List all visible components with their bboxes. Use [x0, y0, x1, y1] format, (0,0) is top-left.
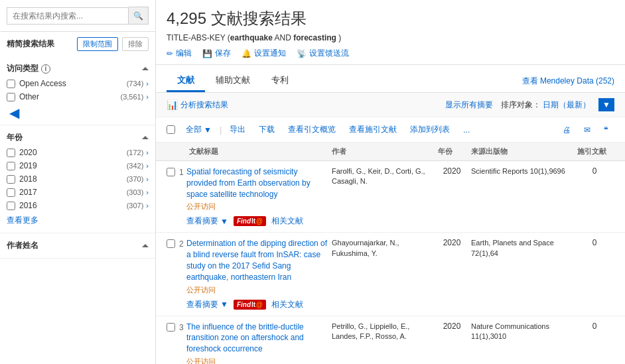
- mendeley-link[interactable]: 查看 Mendeley Data (252): [522, 76, 614, 87]
- table-row: 1 Spatial forecasting of seismicity prov…: [156, 161, 625, 233]
- limit-button[interactable]: 限制范围: [77, 37, 118, 51]
- tab-documents[interactable]: 文献: [167, 70, 205, 92]
- view-cited-button[interactable]: 查看施引文献: [342, 121, 403, 138]
- select-all-button[interactable]: 全部 ▼: [179, 121, 218, 138]
- findit-button-1[interactable]: FindIt@: [234, 216, 266, 226]
- search-button[interactable]: 🔍: [129, 7, 149, 25]
- result-1-year: 2020: [435, 166, 468, 176]
- result-3-citations: 0: [575, 322, 614, 331]
- year-2016-label: 2016: [19, 201, 127, 210]
- related-docs-1[interactable]: 相关文献: [271, 215, 303, 227]
- findit-button-2[interactable]: FindIt@: [234, 300, 266, 310]
- select-all-checkbox[interactable]: [167, 125, 175, 134]
- author-section-header[interactable]: 作者姓名: [7, 237, 149, 254]
- arrow-icon[interactable]: ›: [146, 80, 149, 88]
- open-access-label: Open Access: [19, 79, 127, 88]
- col-title: 文献标题: [186, 145, 329, 158]
- year-2020-checkbox[interactable]: [7, 149, 15, 157]
- tabs: 文献 辅助文献 专利: [167, 70, 299, 92]
- col-citations: 施引文献: [575, 145, 614, 158]
- download-button[interactable]: 下载: [252, 121, 281, 138]
- arrow-icon[interactable]: ›: [146, 162, 149, 170]
- result-1-title[interactable]: Spatial forecasting of seismicity provid…: [186, 166, 329, 200]
- result-num-3: 3: [167, 322, 186, 332]
- arrow-icon[interactable]: ›: [146, 175, 149, 183]
- analyze-button[interactable]: 📊 分析搜索结果: [167, 99, 228, 111]
- other-checkbox[interactable]: [7, 93, 15, 101]
- chevron-down-icon: ▼: [220, 217, 228, 226]
- access-type-header[interactable]: 访问类型 i: [7, 60, 149, 77]
- open-access-badge[interactable]: 公开访问: [186, 202, 329, 212]
- year-2016-checkbox[interactable]: [7, 202, 15, 210]
- result-1-source: Scientific Reports 10(1),9696: [468, 166, 575, 176]
- search-input[interactable]: [7, 7, 129, 25]
- more-button[interactable]: ...: [456, 123, 476, 137]
- sort-dropdown-button[interactable]: ▼: [598, 98, 614, 111]
- quote-button[interactable]: ❝: [597, 123, 614, 137]
- page-header: 4,295 文献搜索结果 TITLE-ABS-KEY (earthquake A…: [156, 0, 625, 65]
- open-access-badge[interactable]: 公开访问: [186, 357, 329, 364]
- sort-value[interactable]: 日期（最新）: [543, 100, 590, 109]
- year-section: 年份 2020 (172) › 2019 (342) ›: [0, 125, 155, 233]
- show-all-abstracts[interactable]: 显示所有摘要: [445, 99, 493, 111]
- view-abstract-2[interactable]: 查看摘要 ▼: [186, 299, 228, 310]
- tab-secondary[interactable]: 辅助文献: [205, 70, 261, 92]
- info-icon[interactable]: i: [41, 64, 50, 74]
- print-button[interactable]: 🖨: [556, 123, 577, 137]
- edit-action[interactable]: ✏ 编辑: [167, 48, 192, 59]
- save-action[interactable]: 💾 保存: [202, 48, 231, 59]
- result-3-title[interactable]: The influence of the brittle-ductile tra…: [186, 322, 329, 355]
- header-actions: ✏ 编辑 💾 保存 🔔 设置通知 📡 设置馈送流: [167, 48, 614, 59]
- related-docs-2[interactable]: 相关文献: [271, 299, 303, 310]
- list-item: 2019 (342) ›: [7, 159, 149, 172]
- show-more-years[interactable]: 查看更多: [7, 212, 149, 229]
- table-row: 3 The influence of the brittle-ductile t…: [156, 316, 625, 364]
- arrow-icon[interactable]: ›: [146, 149, 149, 156]
- result-num-1: 1: [167, 166, 186, 177]
- col-year: 年份: [435, 145, 468, 158]
- year-section-header[interactable]: 年份: [7, 129, 149, 146]
- year-2018-label: 2018: [19, 174, 127, 184]
- notification-action[interactable]: 🔔 设置通知: [242, 48, 286, 59]
- view-citations-button[interactable]: 查看引文概览: [281, 121, 342, 138]
- year-2018-checkbox[interactable]: [7, 175, 15, 184]
- view-abstract-1[interactable]: 查看摘要 ▼: [186, 215, 228, 227]
- chevron-up-icon: [142, 67, 149, 70]
- feed-action[interactable]: 📡 设置馈送流: [297, 48, 349, 59]
- other-label: Other: [19, 92, 120, 101]
- col-source: 来源出版物: [468, 145, 575, 158]
- bell-icon: 🔔: [242, 49, 251, 58]
- open-access-checkbox[interactable]: [7, 80, 15, 88]
- export-button[interactable]: 导出: [223, 121, 252, 138]
- exclude-button[interactable]: 排除: [122, 37, 149, 51]
- result-3-checkbox[interactable]: [167, 323, 175, 332]
- col-authors: 作者: [329, 145, 435, 158]
- email-button[interactable]: ✉: [577, 123, 597, 137]
- year-2017-checkbox[interactable]: [7, 188, 15, 197]
- arrow-icon[interactable]: ›: [146, 93, 149, 101]
- table-row: 2 Determination of the dipping direction…: [156, 233, 625, 316]
- year-2019-count: (342): [127, 162, 144, 170]
- results-table: 1 Spatial forecasting of seismicity prov…: [156, 161, 625, 364]
- col-num: [167, 145, 186, 158]
- year-2019-checkbox[interactable]: [7, 162, 15, 170]
- access-type-title: 访问类型 i: [7, 63, 50, 74]
- result-2-checkbox[interactable]: [167, 239, 175, 248]
- result-1-checkbox[interactable]: [167, 168, 175, 176]
- arrow-icon[interactable]: ›: [146, 188, 149, 196]
- result-3-authors: Petrillo, G., Lippiello, E., Landes, F.P…: [329, 322, 435, 342]
- result-2-title[interactable]: Determination of the dipping direction o…: [186, 238, 329, 282]
- page-highlight-arrow: ◀: [9, 105, 19, 121]
- results-toolbar: 📊 分析搜索结果 显示所有摘要 排序对象： 日期（最新） ▼: [156, 93, 625, 117]
- author-title: 作者姓名: [7, 240, 38, 251]
- result-1-title-col: Spatial forecasting of seismicity provid…: [186, 166, 329, 212]
- arrow-icon[interactable]: ›: [146, 202, 149, 210]
- add-to-list-button[interactable]: 添加到列表: [403, 121, 456, 138]
- chevron-up-icon: [142, 244, 149, 247]
- year-2020-label: 2020: [19, 148, 127, 157]
- list-item: 2017 (303) ›: [7, 186, 149, 199]
- open-access-badge[interactable]: 公开访问: [186, 285, 329, 295]
- save-icon: 💾: [202, 49, 212, 58]
- rss-icon: 📡: [297, 49, 307, 58]
- tab-patents[interactable]: 专利: [261, 70, 299, 92]
